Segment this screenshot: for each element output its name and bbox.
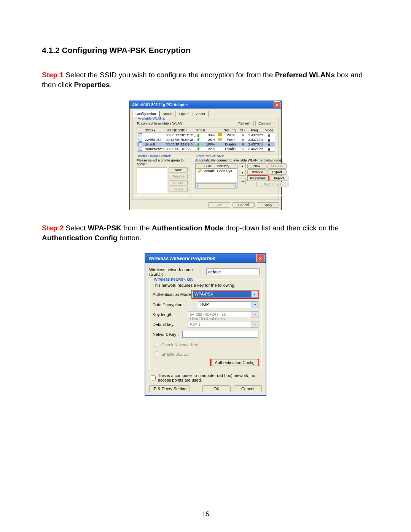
col-freq[interactable]: Freq. (247, 128, 263, 133)
pref-moveto-button[interactable]: Move to (268, 163, 287, 169)
key-length-dropdown: 64 bits (40+24) - 10 Hexadecimal digits … (188, 311, 258, 318)
table-row[interactable]: default00:03:2F:22:C9:60100%Disable62.43… (137, 142, 275, 147)
pgc-delete-button[interactable]: Delete (169, 180, 188, 185)
check-network-key: Check Network Key (153, 341, 258, 348)
pgc-list[interactable] (137, 167, 167, 193)
pref-import-button[interactable]: Import (269, 176, 288, 181)
col-ssid[interactable]: SSID ▴ (143, 128, 165, 133)
auth-config-button[interactable]: Authentication Config (211, 359, 258, 366)
key-icon (218, 133, 222, 136)
ip-proxy-button[interactable]: IP & Proxy Setting (149, 385, 190, 392)
table-row[interactable]: HomeNetwork00:09:5B:DD:2A:FC22%Disable11… (137, 147, 275, 151)
enable-8021x: Enable 802.1X (153, 350, 258, 358)
cancel-button[interactable]: Cancel (233, 202, 255, 208)
pgc-note: Please select a profile group to apply : (137, 158, 188, 166)
pgc-rename-button[interactable]: Rename (169, 174, 188, 179)
col-security[interactable]: Security (222, 128, 238, 133)
pgc-select-button[interactable]: Select (169, 187, 188, 192)
step-1-label: Step 1 (42, 71, 64, 79)
infra-icon (139, 138, 142, 142)
tab-about[interactable]: About (193, 111, 209, 117)
refresh-button[interactable]: Refresh (235, 121, 254, 126)
chevron-down-icon: ▾ (252, 302, 258, 308)
pref-export-button[interactable]: Export (268, 169, 287, 175)
pref-reconnect-button[interactable]: ReConnect (256, 182, 288, 187)
adapter-window: Airlink101 802.11g PCI Adapter × Configu… (129, 101, 282, 210)
key-icon (218, 138, 222, 141)
ssid-input[interactable] (206, 268, 260, 275)
pref-list[interactable]: SSID Security 🔑 default Open Sys (195, 163, 237, 182)
col-signal[interactable]: Signal (194, 128, 215, 133)
default-key-label: Default key: (153, 322, 188, 327)
default-key-dropdown: Key 1 ▾ (188, 321, 258, 328)
ok-button[interactable]: OK (202, 385, 231, 392)
move-down-icon[interactable]: ▼ (239, 170, 246, 176)
table-row[interactable]: 00:00:72:20:1D:2934%WEP62.437Ghzg (137, 133, 275, 137)
prop-title: Wireless Network Properties (148, 256, 215, 261)
adhoc-check[interactable]: This is a computer-to-computer (ad hoc) … (149, 373, 262, 382)
adhoc-checkbox[interactable] (151, 375, 156, 380)
network-key-title: Wireless network key (153, 277, 194, 281)
pref-title: Preferred WLANs: (195, 154, 225, 158)
tab-bar: Configuration Status Option About (132, 111, 279, 117)
pref-note: Automatically connect to available WLAN … (195, 158, 288, 162)
encryption-dropdown[interactable]: TKIP ▾ (198, 301, 258, 308)
key-length-label: Key length: (153, 312, 188, 317)
auth-mode-dropdown[interactable]: WPA-PSK ▾ (193, 291, 258, 298)
pref-new-button[interactable]: New (247, 163, 266, 169)
cancel-button[interactable]: Cancel (234, 385, 262, 392)
connect-button[interactable]: Connect (255, 121, 274, 126)
window-titlebar: Airlink101 802.11g PCI Adapter × (130, 101, 281, 109)
chevron-down-icon: ▾ (252, 312, 258, 318)
move-up-icon[interactable]: ▲ (239, 163, 246, 169)
profile-group-control: Profile Group Control: Please select a p… (134, 157, 190, 196)
prop-titlebar: Wireless Network Properties × (145, 254, 266, 263)
network-key-input[interactable] (182, 331, 258, 338)
network-key-group: Wireless network key This network requir… (149, 280, 262, 369)
infra-icon (139, 142, 142, 146)
network-key-label: Network Key : (153, 332, 182, 337)
apply-button[interactable]: Apply (257, 202, 279, 208)
ok-button[interactable]: OK (208, 202, 230, 208)
table-row[interactable]: 2WIRE03200:14:95:70:8A:3926%WEP62.437Ghz… (137, 137, 275, 142)
enable-8021x-checkbox (154, 351, 159, 356)
pref-remove-button[interactable]: Remove (247, 169, 266, 175)
pref-properties-button[interactable]: Properties (247, 176, 268, 181)
infra-icon (139, 147, 142, 151)
move-right-icon[interactable]: ⇥ (239, 179, 246, 184)
available-wlans-group: Available WLANs: To connect to available… (134, 119, 277, 154)
tab-status[interactable]: Status (159, 111, 176, 117)
step-2-label: Step 2 (42, 224, 64, 232)
check-network-key-checkbox (154, 342, 159, 347)
available-wlans-title: Available WLANs: (137, 117, 166, 120)
col-ch[interactable]: CH (238, 128, 246, 133)
pgc-new-button[interactable]: New (169, 167, 188, 173)
ssid-label: Wireless network name (SSID): (149, 267, 206, 276)
pref-row[interactable]: 🔑 default Open Sys (196, 169, 237, 173)
step-1-text: Step 1 Select the SSID you wish to confi… (42, 70, 369, 90)
window-title: Airlink101 802.11g PCI Adapter (132, 103, 188, 107)
available-wlan-table[interactable]: SSID ▴ MAC(BSSID) Signal Security CH Fre… (137, 128, 275, 152)
section-title: 4.1.2 Configuring WPA-PSK Encryption (42, 46, 369, 55)
network-key-note: This network requires a key for the foll… (153, 283, 258, 288)
wireless-properties-window: Wireless Network Properties × Wireless n… (145, 253, 266, 396)
preferred-wlans-group: Preferred WLANs: Automatically connect t… (193, 157, 291, 196)
chevron-down-icon: ▾ (252, 321, 258, 328)
auth-mode-label: Authentication Mode: (153, 292, 192, 297)
encryption-label: Data Encryption: (153, 302, 198, 307)
available-note: To connect to available WLAN. (137, 121, 183, 125)
col-mode[interactable]: Mode (263, 128, 275, 133)
tab-configuration[interactable]: Configuration (132, 111, 159, 117)
col-mac[interactable]: MAC(BSSID) (165, 128, 194, 133)
tab-option[interactable]: Option (176, 111, 193, 117)
chevron-down-icon: ▾ (251, 291, 258, 297)
pgc-title: Profile Group Control: (137, 154, 172, 158)
close-icon[interactable]: × (274, 101, 280, 108)
close-icon[interactable]: × (256, 254, 264, 262)
step-2-text: Step 2 Select WPA-PSK from the Authentic… (42, 223, 369, 243)
infra-icon (139, 133, 142, 137)
page-number: 16 (0, 510, 411, 518)
